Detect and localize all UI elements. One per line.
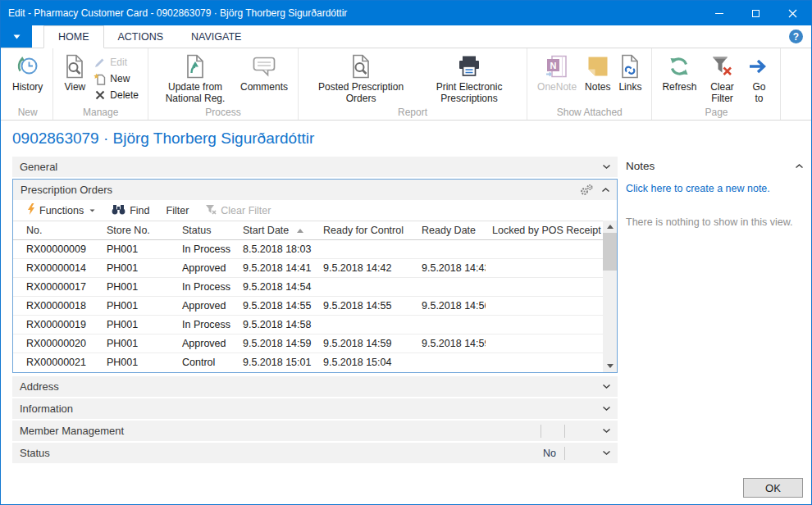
table-row[interactable]: RX00000017 PH001 In Process 9.5.2018 14:… — [13, 278, 603, 297]
cell-ready-date[interactable]: 9.5.2018 14:56 — [415, 300, 486, 312]
delete-button[interactable]: Delete — [90, 87, 142, 103]
table-row[interactable]: RX00000020 PH001 Approved 9.5.2018 14:59… — [13, 334, 603, 353]
help-button[interactable]: ? — [789, 30, 803, 43]
create-note-link[interactable]: Click here to create a new note. — [626, 183, 803, 194]
section-status[interactable]: Status No — [12, 443, 618, 463]
tab-navigate[interactable]: NAVIGATE — [177, 25, 255, 48]
cell-no[interactable]: RX00000021 — [13, 357, 95, 368]
cell-ready-for-control[interactable]: 9.5.2018 14:42 — [317, 262, 415, 274]
cell-status[interactable]: Control — [171, 357, 231, 368]
cell-store-no[interactable]: PH001 — [95, 262, 171, 274]
cell-start-date[interactable]: 9.5.2018 14:41 — [231, 262, 317, 274]
cell-ready-date[interactable]: 9.5.2018 14:59 — [415, 338, 486, 349]
cell-store-no[interactable]: PH001 — [95, 338, 171, 349]
column-header-ready-date[interactable]: Ready Date — [415, 225, 486, 236]
find-button[interactable]: Find — [103, 200, 157, 221]
scrollbar-thumb[interactable] — [603, 233, 617, 271]
cell-start-date[interactable]: 9.5.2018 14:55 — [231, 300, 317, 312]
cell-no[interactable]: RX00000019 — [13, 319, 95, 330]
cell-no[interactable]: RX00000014 — [13, 262, 95, 274]
notes-button[interactable]: Notes — [581, 51, 614, 93]
cell-ready-for-control[interactable]: 9.5.2018 14:55 — [317, 300, 415, 312]
column-header-no[interactable]: No. — [13, 225, 95, 236]
new-button[interactable]: New — [90, 71, 142, 87]
app-menu-button[interactable] — [1, 25, 32, 48]
cell-no[interactable]: RX00000020 — [13, 338, 95, 349]
column-header-status[interactable]: Status — [171, 225, 231, 236]
table-row[interactable]: RX00000019 PH001 In Process 9.5.2018 14:… — [13, 316, 603, 334]
table-row[interactable]: RX00000021 PH001 Control 9.5.2018 15:01 … — [13, 353, 603, 372]
column-header-ready-for-control[interactable]: Ready for Control — [317, 225, 415, 236]
gears-icon[interactable] — [579, 184, 594, 197]
scroll-down-icon[interactable] — [603, 360, 617, 372]
vertical-scrollbar[interactable] — [603, 221, 617, 372]
ok-button[interactable]: OK — [743, 478, 803, 498]
go-to-button[interactable]: Go to — [743, 51, 774, 105]
help-icon: ? — [793, 31, 799, 43]
onenote-button[interactable]: N OneNote — [533, 51, 581, 93]
divider — [564, 447, 565, 460]
view-button[interactable]: View — [59, 51, 90, 93]
filter-button[interactable]: Filter — [158, 200, 198, 221]
column-header-start-date[interactable]: Start Date — [231, 225, 317, 236]
cell-start-date[interactable]: 9.5.2018 15:01 — [231, 357, 317, 368]
close-button[interactable] — [774, 1, 811, 25]
chevron-down-icon[interactable] — [603, 165, 610, 169]
cell-no[interactable]: RX00000018 — [13, 300, 95, 312]
functions-menu-button[interactable]: Functions — [19, 200, 103, 221]
column-header-store-no[interactable]: Store No. — [95, 225, 171, 236]
posted-prescription-orders-button[interactable]: Posted Prescription Orders — [304, 51, 417, 105]
links-button[interactable]: Links — [614, 51, 645, 93]
cell-start-date[interactable]: 9.5.2018 14:54 — [231, 281, 317, 293]
prescription-orders-header[interactable]: Prescription Orders — [13, 180, 617, 200]
chevron-down-icon[interactable] — [603, 451, 610, 455]
cell-ready-for-control[interactable]: 9.5.2018 14:59 — [317, 338, 415, 349]
section-information[interactable]: Information — [12, 398, 618, 419]
minimize-button[interactable] — [700, 1, 737, 25]
maximize-button[interactable] — [737, 1, 774, 25]
cell-ready-for-control[interactable]: 9.5.2018 15:04 — [317, 357, 415, 368]
section-member-management[interactable]: Member Management — [12, 421, 618, 441]
cell-status[interactable]: Approved — [171, 262, 231, 274]
cell-start-date[interactable]: 9.5.2018 14:58 — [231, 319, 317, 330]
cell-no[interactable]: RX00000009 — [13, 243, 95, 255]
section-address[interactable]: Address — [12, 376, 618, 397]
update-from-national-reg-button[interactable]: Update from National Reg. — [154, 51, 236, 105]
tab-home[interactable]: HOME — [43, 25, 104, 48]
cell-store-no[interactable]: PH001 — [95, 300, 171, 312]
edit-button[interactable]: Edit — [90, 54, 142, 71]
section-general[interactable]: General — [12, 157, 618, 177]
table-row[interactable]: RX00000014 PH001 Approved 9.5.2018 14:41… — [13, 259, 603, 278]
cell-start-date[interactable]: 8.5.2018 18:03 — [231, 243, 317, 255]
column-header-locked-by-pos-receipt[interactable]: Locked by POS Receipt — [486, 225, 603, 236]
refresh-button[interactable]: Refresh — [658, 51, 700, 93]
update-from-national-reg-label: Update from National Reg. — [158, 81, 232, 104]
cell-store-no[interactable]: PH001 — [95, 319, 171, 330]
cell-status[interactable]: In Process — [171, 243, 231, 255]
chevron-down-icon[interactable] — [603, 407, 610, 411]
cell-start-date[interactable]: 9.5.2018 14:59 — [231, 338, 317, 349]
cell-no[interactable]: RX00000017 — [13, 281, 95, 293]
notes-header[interactable]: Notes — [626, 157, 803, 175]
cell-status[interactable]: Approved — [171, 338, 231, 349]
cell-ready-date[interactable]: 9.5.2018 14:43 — [415, 262, 486, 274]
chevron-up-icon[interactable] — [796, 164, 803, 168]
history-button[interactable]: History — [8, 51, 47, 93]
scroll-up-icon[interactable] — [603, 221, 617, 233]
table-row[interactable]: RX00000018 PH001 Approved 9.5.2018 14:55… — [13, 297, 603, 316]
print-electronic-prescriptions-button[interactable]: Print Electronic Prescriptions — [417, 51, 521, 105]
table-row[interactable]: RX00000009 PH001 In Process 8.5.2018 18:… — [13, 240, 603, 259]
tab-actions[interactable]: ACTIONS — [104, 25, 178, 48]
cell-store-no[interactable]: PH001 — [95, 243, 171, 255]
cell-store-no[interactable]: PH001 — [95, 281, 171, 293]
clear-filter-button[interactable]: Clear Filter — [700, 51, 743, 105]
comments-button[interactable]: Comments — [236, 51, 292, 93]
cell-store-no[interactable]: PH001 — [95, 357, 171, 368]
chevron-down-icon[interactable] — [603, 384, 610, 389]
cell-status[interactable]: In Process — [171, 319, 231, 330]
clear-filter-toolbar-button[interactable]: Clear Filter — [197, 200, 279, 221]
chevron-down-icon[interactable] — [603, 429, 610, 433]
chevron-up-icon[interactable] — [602, 188, 609, 192]
cell-status[interactable]: Approved — [171, 300, 231, 312]
cell-status[interactable]: In Process — [171, 281, 231, 293]
